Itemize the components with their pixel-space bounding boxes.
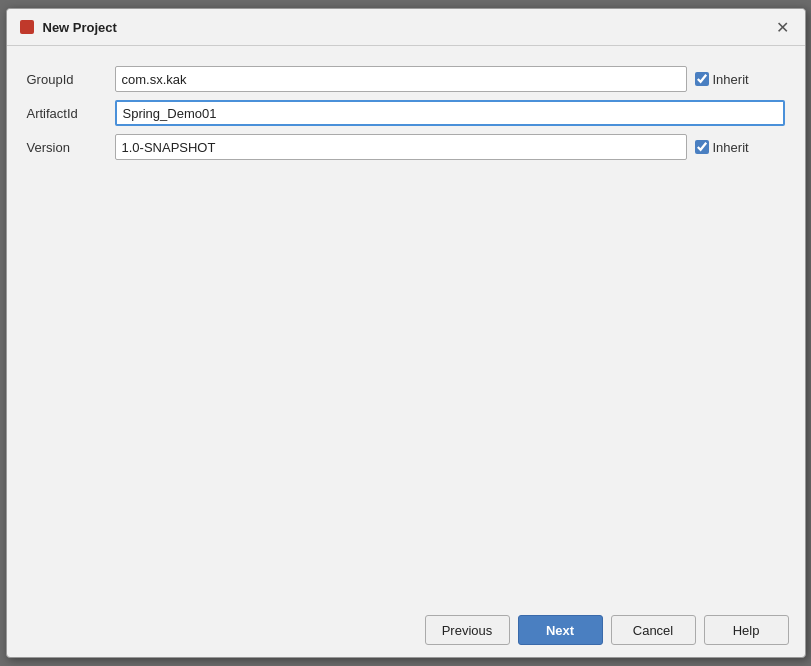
title-bar: New Project ✕: [7, 9, 805, 46]
title-bar-left: New Project: [19, 19, 117, 35]
help-button[interactable]: Help: [704, 615, 789, 645]
next-button[interactable]: Next: [518, 615, 603, 645]
new-project-dialog: New Project ✕ GroupId Inherit ArtifactId: [6, 8, 806, 658]
groupid-inherit-container: Inherit: [695, 72, 785, 87]
groupid-label: GroupId: [27, 72, 107, 87]
version-inherit-container: Inherit: [695, 140, 785, 155]
form-area: GroupId Inherit ArtifactId Version Inher…: [27, 66, 785, 160]
button-bar: Previous Next Cancel Help: [7, 603, 805, 657]
dialog-title: New Project: [43, 20, 117, 35]
dialog-content: GroupId Inherit ArtifactId Version Inher…: [7, 46, 805, 603]
close-button[interactable]: ✕: [773, 17, 793, 37]
groupid-inherit-checkbox[interactable]: [695, 72, 709, 86]
artifactid-label: ArtifactId: [27, 106, 107, 121]
version-label: Version: [27, 140, 107, 155]
version-inherit-label: Inherit: [713, 140, 749, 155]
version-row: Version Inherit: [27, 134, 785, 160]
groupid-row: GroupId Inherit: [27, 66, 785, 92]
version-input[interactable]: [115, 134, 687, 160]
previous-button[interactable]: Previous: [425, 615, 510, 645]
content-spacer: [27, 160, 785, 593]
cancel-button[interactable]: Cancel: [611, 615, 696, 645]
artifactid-input[interactable]: [115, 100, 785, 126]
groupid-inherit-label: Inherit: [713, 72, 749, 87]
artifactid-row: ArtifactId: [27, 100, 785, 126]
version-inherit-checkbox[interactable]: [695, 140, 709, 154]
maven-icon: [19, 19, 35, 35]
groupid-input[interactable]: [115, 66, 687, 92]
